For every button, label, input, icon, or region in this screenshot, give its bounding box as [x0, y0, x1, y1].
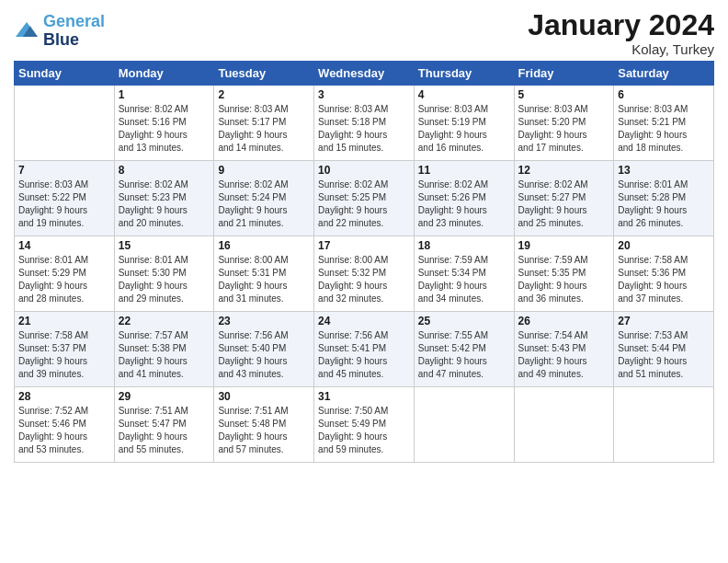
day-info: Sunrise: 7:59 AMSunset: 5:35 PMDaylight:…: [518, 254, 610, 305]
day-number: 27: [618, 315, 710, 327]
day-number: 18: [418, 239, 510, 252]
day-info: Sunrise: 8:01 AMSunset: 5:29 PMDaylight:…: [18, 254, 110, 305]
col-wednesday: Wednesday: [314, 62, 415, 86]
day-number: 4: [418, 88, 510, 101]
table-row: 4Sunrise: 8:03 AMSunset: 5:19 PMDaylight…: [414, 86, 514, 161]
day-info: Sunrise: 8:02 AMSunset: 5:27 PMDaylight:…: [518, 178, 610, 230]
day-info: Sunrise: 8:00 AMSunset: 5:31 PMDaylight:…: [218, 254, 310, 305]
day-info: Sunrise: 7:52 AMSunset: 5:46 PMDaylight:…: [18, 405, 110, 456]
table-row: 26Sunrise: 7:54 AMSunset: 5:43 PMDayligh…: [514, 312, 614, 387]
table-row: [614, 387, 714, 463]
day-number: 3: [318, 88, 410, 101]
day-info: Sunrise: 7:51 AMSunset: 5:48 PMDaylight:…: [218, 405, 310, 456]
calendar-week-row: 28Sunrise: 7:52 AMSunset: 5:46 PMDayligh…: [15, 387, 714, 463]
day-info: Sunrise: 8:03 AMSunset: 5:17 PMDaylight:…: [218, 103, 310, 155]
day-number: 7: [18, 164, 110, 177]
day-info: Sunrise: 8:00 AMSunset: 5:32 PMDaylight:…: [318, 254, 410, 305]
table-row: 18Sunrise: 7:59 AMSunset: 5:34 PMDayligh…: [414, 236, 514, 312]
logo-text: GeneralBlue: [43, 13, 105, 50]
day-info: Sunrise: 8:02 AMSunset: 5:16 PMDaylight:…: [119, 103, 210, 155]
day-info: Sunrise: 8:01 AMSunset: 5:30 PMDaylight:…: [119, 254, 210, 305]
day-number: 25: [418, 315, 510, 327]
day-number: 28: [18, 390, 110, 403]
day-number: 13: [618, 164, 710, 177]
day-number: 23: [218, 315, 310, 327]
calendar-header-row: Sunday Monday Tuesday Wednesday Thursday…: [15, 62, 714, 86]
calendar-week-row: 1Sunrise: 8:02 AMSunset: 5:16 PMDaylight…: [15, 86, 714, 161]
day-number: 14: [18, 239, 110, 252]
calendar-week-row: 21Sunrise: 7:58 AMSunset: 5:37 PMDayligh…: [15, 312, 714, 387]
day-number: 22: [119, 315, 210, 327]
page-title: January 2024: [528, 9, 714, 41]
table-row: [514, 387, 614, 463]
table-row: 23Sunrise: 7:56 AMSunset: 5:40 PMDayligh…: [214, 312, 314, 387]
day-info: Sunrise: 8:03 AMSunset: 5:20 PMDaylight:…: [518, 103, 610, 155]
logo: GeneralBlue: [14, 13, 105, 50]
day-number: 21: [18, 315, 110, 327]
page-subtitle: Kolay, Turkey: [528, 41, 714, 57]
table-row: 15Sunrise: 8:01 AMSunset: 5:30 PMDayligh…: [114, 236, 214, 312]
day-number: 17: [318, 239, 410, 252]
day-info: Sunrise: 8:02 AMSunset: 5:24 PMDaylight:…: [218, 178, 310, 230]
day-number: 9: [218, 164, 310, 177]
day-number: 12: [518, 164, 610, 177]
day-info: Sunrise: 7:56 AMSunset: 5:40 PMDaylight:…: [218, 329, 310, 381]
table-row: 1Sunrise: 8:02 AMSunset: 5:16 PMDaylight…: [114, 86, 214, 161]
day-info: Sunrise: 7:56 AMSunset: 5:41 PMDaylight:…: [318, 329, 410, 381]
day-number: 1: [119, 88, 210, 101]
table-row: 9Sunrise: 8:02 AMSunset: 5:24 PMDaylight…: [214, 161, 314, 236]
calendar-week-row: 7Sunrise: 8:03 AMSunset: 5:22 PMDaylight…: [15, 161, 714, 236]
day-info: Sunrise: 8:02 AMSunset: 5:23 PMDaylight:…: [119, 178, 210, 230]
table-row: 8Sunrise: 8:02 AMSunset: 5:23 PMDaylight…: [114, 161, 214, 236]
day-number: 26: [518, 315, 610, 327]
day-number: 29: [119, 390, 210, 403]
table-row: 12Sunrise: 8:02 AMSunset: 5:27 PMDayligh…: [514, 161, 614, 236]
header: GeneralBlue January 2024 Kolay, Turkey: [14, 9, 714, 57]
day-info: Sunrise: 8:02 AMSunset: 5:26 PMDaylight:…: [418, 178, 510, 230]
table-row: 17Sunrise: 8:00 AMSunset: 5:32 PMDayligh…: [314, 236, 415, 312]
day-number: 24: [318, 315, 410, 327]
day-info: Sunrise: 8:03 AMSunset: 5:22 PMDaylight:…: [18, 178, 110, 230]
day-info: Sunrise: 7:58 AMSunset: 5:37 PMDaylight:…: [18, 329, 110, 381]
day-info: Sunrise: 8:03 AMSunset: 5:21 PMDaylight:…: [618, 103, 710, 155]
logo-icon: [14, 18, 40, 44]
table-row: [414, 387, 514, 463]
calendar-table: Sunday Monday Tuesday Wednesday Thursday…: [14, 61, 714, 463]
day-info: Sunrise: 8:01 AMSunset: 5:28 PMDaylight:…: [618, 178, 710, 230]
table-row: 14Sunrise: 8:01 AMSunset: 5:29 PMDayligh…: [15, 236, 115, 312]
col-monday: Monday: [114, 62, 214, 86]
day-number: 15: [119, 239, 210, 252]
day-number: 8: [119, 164, 210, 177]
table-row: 24Sunrise: 7:56 AMSunset: 5:41 PMDayligh…: [314, 312, 415, 387]
calendar-week-row: 14Sunrise: 8:01 AMSunset: 5:29 PMDayligh…: [15, 236, 714, 312]
day-number: 19: [518, 239, 610, 252]
day-info: Sunrise: 7:58 AMSunset: 5:36 PMDaylight:…: [618, 254, 710, 305]
day-info: Sunrise: 8:02 AMSunset: 5:25 PMDaylight:…: [318, 178, 410, 230]
col-friday: Friday: [514, 62, 614, 86]
day-number: 10: [318, 164, 410, 177]
day-number: 20: [618, 239, 710, 252]
table-row: 25Sunrise: 7:55 AMSunset: 5:42 PMDayligh…: [414, 312, 514, 387]
table-row: [15, 86, 115, 161]
col-thursday: Thursday: [414, 62, 514, 86]
table-row: 28Sunrise: 7:52 AMSunset: 5:46 PMDayligh…: [15, 387, 115, 463]
table-row: 27Sunrise: 7:53 AMSunset: 5:44 PMDayligh…: [614, 312, 714, 387]
table-row: 3Sunrise: 8:03 AMSunset: 5:18 PMDaylight…: [314, 86, 415, 161]
table-row: 2Sunrise: 8:03 AMSunset: 5:17 PMDaylight…: [214, 86, 314, 161]
day-info: Sunrise: 7:54 AMSunset: 5:43 PMDaylight:…: [518, 329, 610, 381]
day-info: Sunrise: 7:51 AMSunset: 5:47 PMDaylight:…: [119, 405, 210, 456]
table-row: 6Sunrise: 8:03 AMSunset: 5:21 PMDaylight…: [614, 86, 714, 161]
table-row: 30Sunrise: 7:51 AMSunset: 5:48 PMDayligh…: [214, 387, 314, 463]
day-info: Sunrise: 8:03 AMSunset: 5:19 PMDaylight:…: [418, 103, 510, 155]
table-row: 16Sunrise: 8:00 AMSunset: 5:31 PMDayligh…: [214, 236, 314, 312]
day-number: 16: [218, 239, 310, 252]
table-row: 20Sunrise: 7:58 AMSunset: 5:36 PMDayligh…: [614, 236, 714, 312]
table-row: 5Sunrise: 8:03 AMSunset: 5:20 PMDaylight…: [514, 86, 614, 161]
day-number: 30: [218, 390, 310, 403]
table-row: 19Sunrise: 7:59 AMSunset: 5:35 PMDayligh…: [514, 236, 614, 312]
table-row: 31Sunrise: 7:50 AMSunset: 5:49 PMDayligh…: [314, 387, 415, 463]
day-number: 2: [218, 88, 310, 101]
table-row: 29Sunrise: 7:51 AMSunset: 5:47 PMDayligh…: [114, 387, 214, 463]
table-row: 21Sunrise: 7:58 AMSunset: 5:37 PMDayligh…: [15, 312, 115, 387]
table-row: 13Sunrise: 8:01 AMSunset: 5:28 PMDayligh…: [614, 161, 714, 236]
